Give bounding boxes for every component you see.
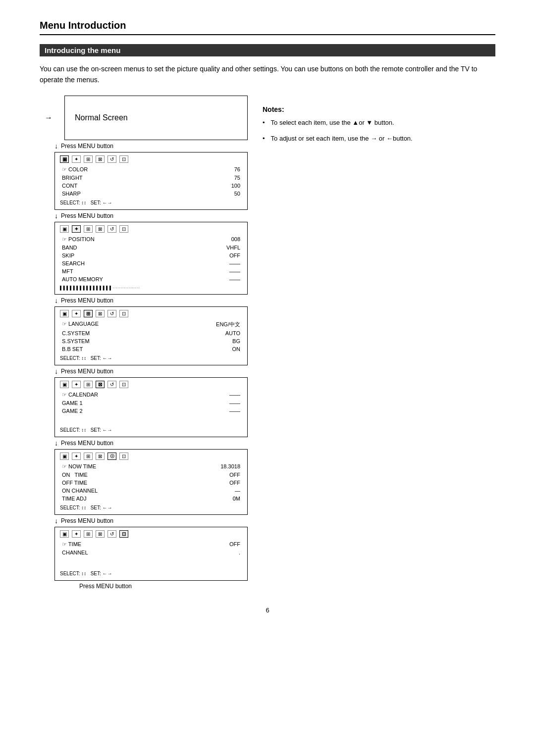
select-row-4: SELECT: ↕↕ SET: ←→ [60, 427, 242, 433]
note-text-1: To select each item, use the ▲or ▼ butto… [271, 117, 394, 128]
normal-screen-label: Normal Screen [75, 113, 128, 122]
menu-icons-row-1: ▣ ✦ ⊞ ⊠ ↺ ⊡ [60, 155, 242, 163]
menu-icons-row-2: ▣ ✦ ⊞ ⊠ ↺ ⊡ [60, 225, 242, 233]
menu-panel-3: ▣ ✦ ⊞ ⊠ ↺ ⊡ ☞ LANGUAGEENG/中文 C.SYSTEMAUT… [54, 306, 248, 365]
table-row: SKIPOFF [61, 252, 241, 259]
menu-icon-misc: ⊡ [119, 155, 128, 163]
menu-icon-2-4: ↺ [107, 225, 116, 233]
page-number: 6 [40, 606, 495, 614]
menu-icon-5-4: ☉ [107, 453, 116, 460]
table-row: BANDVHFL [61, 244, 241, 251]
menu-table-6: ☞ TIMEOFF CHANNEL. [60, 540, 242, 557]
table-row: ☞ CALENDAR—— [61, 391, 241, 399]
menu-icon-6-0: ▣ [60, 530, 69, 538]
diagram-column: → Normal Screen ↓ Press MENU button ▣ ✦ … [40, 96, 248, 592]
page-title: Menu Introduction [40, 20, 495, 35]
menu-icon-4-0: ▣ [60, 381, 69, 388]
menu-icon-2-5: ⊡ [119, 225, 128, 233]
press-menu-row-0: ↓ Press MENU button [40, 142, 248, 150]
menu-icon-timer: ↺ [107, 155, 116, 163]
press-menu-row-5: ↓ Press MENU button [40, 517, 248, 525]
menu-icon-6-1: ✦ [72, 530, 81, 538]
table-row: BRIGHT75 [61, 174, 241, 181]
menu-icon-3-2: ⊞ [84, 310, 93, 317]
table-row: TIME ADJ0M [61, 495, 241, 502]
note-text-2: To adjust or set each item, use the → or… [271, 133, 413, 144]
press-menu-label-6: Press MENU button [79, 583, 132, 590]
note-item-2: To adjust or set each item, use the → or… [263, 133, 495, 144]
select-row-6: SELECT: ↕↕ SET: ←→ [60, 571, 242, 576]
menu-icon-4-3: ⊠ [96, 381, 105, 388]
menu-icon-3-0: ▣ [60, 310, 69, 317]
table-row: AUTO MEMORY—— [61, 276, 241, 283]
press-menu-label-3: Press MENU button [61, 368, 113, 375]
menu-table-4: ☞ CALENDAR—— GAME 1—— GAME 2—— [60, 390, 242, 415]
progress-bar-2: ▌▌▌▌▌▌▌▌▌▌▌▌▌▌▌▌················· [60, 286, 242, 290]
menu-icon-5-0: ▣ [60, 453, 69, 460]
table-row: GAME 2—— [61, 407, 241, 414]
table-row: ☞ NOW TIME18.3018 [61, 463, 241, 470]
table-row: MFT—— [61, 268, 241, 275]
menu-icon-4-2: ⊞ [84, 381, 93, 388]
menu-icon-3-3: ⊠ [96, 310, 105, 317]
menu-icon-2-0: ▣ [60, 225, 69, 233]
intro-text: You can use the on-screen menus to set t… [40, 63, 495, 86]
table-row: ☞ TIMEOFF [61, 541, 241, 548]
down-arrow-icon-0: ↓ [54, 142, 58, 150]
select-row-1: SELECT: ↕↕ SET: ←→ [60, 200, 242, 205]
press-menu-label-4: Press MENU button [61, 440, 113, 447]
press-menu-row-3: ↓ Press MENU button [40, 367, 248, 375]
table-row: ☞ COLOR76 [61, 166, 241, 173]
press-menu-label-1: Press MENU button [61, 212, 113, 219]
menu-icon-3-1: ✦ [72, 310, 81, 317]
menu-icon-4-5: ⊡ [119, 381, 128, 388]
menu-table-2: ☞ POSITION008 BANDVHFL SKIPOFF SEARCH—— … [60, 235, 242, 284]
table-row: ☞ LANGUAGEENG/中文 [61, 320, 241, 329]
press-menu-row-6: Press MENU button [40, 583, 248, 590]
section-header: Introducing the menu [40, 44, 495, 56]
down-arrow-icon-5: ↓ [54, 517, 58, 525]
menu-icons-row-4: ▣ ✦ ⊞ ⊠ ↺ ⊡ [60, 381, 242, 388]
press-menu-row-4: ↓ Press MENU button [40, 439, 248, 447]
normal-screen-box: Normal Screen [64, 96, 248, 140]
menu-icon-picture: ▣ [60, 155, 69, 163]
press-menu-label-5: Press MENU button [61, 517, 113, 524]
down-arrow-icon-2: ↓ [54, 297, 58, 304]
table-row: C.SYSTEMAUTO [61, 330, 241, 337]
menu-icon-sound: ✦ [72, 155, 81, 163]
menu-icons-row-5: ▣ ✦ ⊞ ⊠ ☉ ⊡ [60, 453, 242, 460]
menu-icon-4-1: ✦ [72, 381, 81, 388]
menu-icon-2-3: ⊠ [96, 225, 105, 233]
table-row: SEARCH—— [61, 260, 241, 267]
menu-icon-5-3: ⊠ [96, 453, 105, 460]
menu-panel-5: ▣ ✦ ⊞ ⊠ ☉ ⊡ ☞ NOW TIME18.3018 ON TIMEOFF… [54, 449, 248, 515]
menu-icon-5-2: ⊞ [84, 453, 93, 460]
notes-list: To select each item, use the ▲or ▼ butto… [263, 117, 495, 144]
note-item-1: To select each item, use the ▲or ▼ butto… [263, 117, 495, 128]
menu-table-3: ☞ LANGUAGEENG/中文 C.SYSTEMAUTO S.SYSTEMBG… [60, 319, 242, 353]
down-arrow-icon-1: ↓ [54, 212, 58, 220]
menu-icon-setup: ⊠ [96, 155, 105, 163]
notes-column: Notes: To select each item, use the ▲or … [263, 96, 495, 149]
press-menu-label-2: Press MENU button [61, 297, 113, 304]
menu-icon-5-1: ✦ [72, 453, 81, 460]
menu-icon-3-5: ⊡ [119, 310, 128, 317]
down-arrow-icon-4: ↓ [54, 439, 58, 447]
down-arrow-icon-3: ↓ [54, 367, 58, 375]
menu-table-1: ☞ COLOR76 BRIGHT75 CONT100 SHARP50 [60, 165, 242, 198]
notes-title: Notes: [263, 105, 495, 113]
table-row: OFF TIMEOFF [61, 479, 241, 486]
menu-panel-4: ▣ ✦ ⊞ ⊠ ↺ ⊡ ☞ CALENDAR—— GAME 1—— GAME 2… [54, 377, 248, 437]
menu-icon-2-2: ⊞ [84, 225, 93, 233]
table-row: S.SYSTEMBG [61, 338, 241, 345]
table-row: ☞ POSITION008 [61, 236, 241, 243]
table-row: SHARP50 [61, 190, 241, 197]
table-row: B.B SETON [61, 346, 241, 353]
menu-icon-3-4: ↺ [107, 310, 116, 317]
menu-icons-row-3: ▣ ✦ ⊞ ⊠ ↺ ⊡ [60, 310, 242, 317]
menu-icon-6-2: ⊞ [84, 530, 93, 538]
select-row-3: SELECT: ↕↕ SET: ←→ [60, 355, 242, 361]
menu-icon-channel: ⊞ [84, 155, 93, 163]
menu-table-5: ☞ NOW TIME18.3018 ON TIMEOFF OFF TIMEOFF… [60, 462, 242, 503]
table-row: CHANNEL. [61, 549, 241, 556]
